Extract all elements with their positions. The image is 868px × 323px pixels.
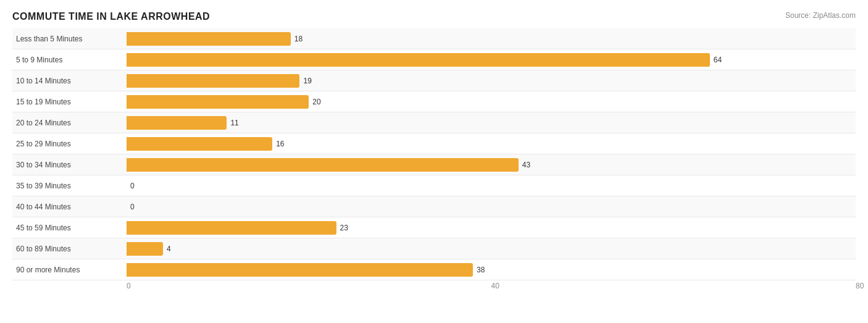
bar-track: 38	[127, 259, 856, 280]
x-axis-label: 40	[491, 282, 499, 290]
bar-value: 16	[276, 140, 284, 148]
bar-value: 23	[340, 224, 348, 232]
bar-fill	[127, 74, 299, 88]
bar-value: 20	[312, 98, 320, 106]
bar-track: 4	[127, 238, 856, 259]
bar-label: 60 to 89 Minutes	[12, 245, 127, 253]
bar-value: 43	[522, 161, 530, 169]
x-axis: 04080	[127, 282, 843, 296]
bar-fill	[127, 221, 336, 235]
bar-value: 19	[303, 77, 311, 85]
bar-fill	[127, 263, 473, 277]
bar-fill	[127, 53, 710, 67]
bar-fill	[127, 242, 163, 256]
bar-fill	[127, 95, 309, 109]
bar-track: 19	[127, 70, 856, 91]
bar-row: 20 to 24 Minutes11	[12, 112, 856, 133]
bar-value: 0	[130, 203, 135, 211]
bar-row: 90 or more Minutes38	[12, 259, 856, 280]
bar-value: 18	[294, 35, 303, 43]
bar-row: 5 to 9 Minutes64	[12, 49, 856, 70]
bar-fill	[127, 116, 227, 130]
chart-header: COMMUTE TIME IN LAKE ARROWHEAD Source: Z…	[12, 11, 856, 22]
bar-row: 45 to 59 Minutes23	[12, 217, 856, 238]
bar-label: 5 to 9 Minutes	[12, 56, 127, 64]
chart-source: Source: ZipAtlas.com	[785, 11, 856, 20]
bar-track: 0	[127, 196, 856, 217]
bar-value: 4	[167, 245, 171, 253]
chart-title: COMMUTE TIME IN LAKE ARROWHEAD	[12, 11, 210, 22]
x-axis-label: 80	[856, 282, 864, 290]
bar-fill	[127, 158, 519, 172]
bar-label: 40 to 44 Minutes	[12, 203, 127, 211]
bars-area: Less than 5 Minutes185 to 9 Minutes6410 …	[12, 28, 856, 280]
bar-label: 35 to 39 Minutes	[12, 182, 127, 190]
bar-row: 40 to 44 Minutes0	[12, 196, 856, 217]
bar-row: 35 to 39 Minutes0	[12, 175, 856, 196]
bar-track: 18	[127, 28, 856, 49]
bar-label: 10 to 14 Minutes	[12, 77, 127, 85]
x-axis-label: 0	[127, 282, 131, 290]
bar-row: 60 to 89 Minutes4	[12, 238, 856, 259]
bar-track: 0	[127, 175, 856, 196]
bar-row: Less than 5 Minutes18	[12, 28, 856, 49]
bar-row: 30 to 34 Minutes43	[12, 154, 856, 175]
bar-fill	[127, 32, 291, 46]
bar-value: 38	[477, 266, 485, 274]
bar-track: 20	[127, 91, 856, 112]
bar-track: 43	[127, 154, 856, 175]
bar-label: 45 to 59 Minutes	[12, 224, 127, 232]
bar-row: 10 to 14 Minutes19	[12, 70, 856, 91]
bar-fill	[127, 137, 272, 151]
bar-label: 15 to 19 Minutes	[12, 98, 127, 106]
bar-track: 23	[127, 217, 856, 238]
bar-label: 25 to 29 Minutes	[12, 140, 127, 148]
bar-label: 20 to 24 Minutes	[12, 119, 127, 127]
bar-label: 30 to 34 Minutes	[12, 161, 127, 169]
bar-track: 11	[127, 112, 856, 133]
bar-label: Less than 5 Minutes	[12, 35, 127, 43]
bar-track: 16	[127, 133, 856, 154]
chart-container: COMMUTE TIME IN LAKE ARROWHEAD Source: Z…	[0, 0, 868, 323]
bar-value: 0	[130, 182, 135, 190]
bar-value: 64	[714, 56, 722, 64]
bar-row: 25 to 29 Minutes16	[12, 133, 856, 154]
bar-label: 90 or more Minutes	[12, 266, 127, 274]
bar-row: 15 to 19 Minutes20	[12, 91, 856, 112]
bar-value: 11	[230, 119, 238, 127]
bar-track: 64	[127, 49, 856, 70]
